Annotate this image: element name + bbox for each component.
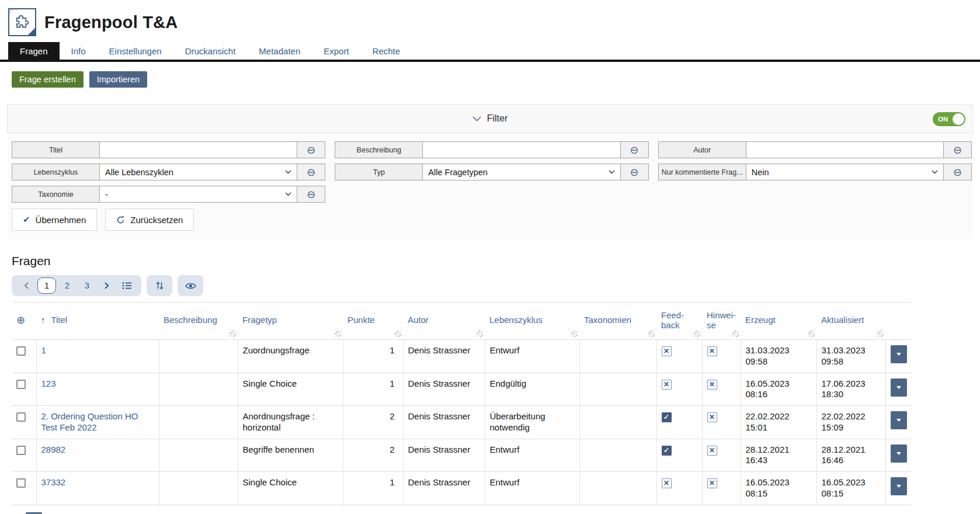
reset-filter-button[interactable]: Zurücksetzen bbox=[105, 209, 194, 231]
rows-per-page-icon[interactable] bbox=[118, 277, 135, 294]
feedback-status-icon: ✓ bbox=[662, 412, 672, 422]
filter-group-titel: Titel ⊖ bbox=[12, 141, 325, 158]
column-header-fragetyp[interactable]: Fragetyp bbox=[238, 303, 343, 340]
apply-filter-button[interactable]: ✔ Übernehmen bbox=[12, 209, 97, 231]
kommentierte-select[interactable]: Nein bbox=[746, 164, 943, 180]
column-resize-handle[interactable] bbox=[648, 331, 655, 337]
question-title-link[interactable]: 1 bbox=[41, 345, 46, 355]
sort-order-button[interactable] bbox=[147, 275, 172, 296]
row-actions-dropdown-button[interactable] bbox=[891, 477, 907, 495]
row-actions-dropdown-button[interactable] bbox=[891, 411, 907, 429]
lebenszyklus-select[interactable]: Alle Lebenszyklen bbox=[100, 164, 297, 180]
hints-status-icon: ✕ bbox=[707, 346, 717, 356]
column-header-punkte[interactable]: Punkte bbox=[343, 303, 403, 340]
table-row: 28982 Begriffe benennen 2 Denis Strassne… bbox=[12, 439, 911, 472]
pagination-page-3[interactable]: 3 bbox=[78, 277, 96, 294]
remove-filter-autor-button[interactable]: ⊖ bbox=[944, 142, 971, 158]
select-chevron-icon bbox=[932, 170, 938, 174]
column-resize-handle[interactable] bbox=[395, 331, 401, 337]
pagination-next-icon[interactable] bbox=[98, 277, 116, 294]
remove-filter-typ-button[interactable]: ⊖ bbox=[621, 164, 648, 180]
tab-einstellungen[interactable]: Einstellungen bbox=[98, 42, 173, 60]
column-header-erzeugt[interactable]: Erzeugt bbox=[741, 303, 816, 340]
cell-lebenszyklus: Entwurf bbox=[485, 439, 579, 472]
tab-metadaten[interactable]: Metadaten bbox=[247, 42, 312, 60]
column-header-beschreibung[interactable]: Beschreibung bbox=[159, 303, 238, 340]
row-select-checkbox[interactable] bbox=[16, 412, 26, 422]
column-resize-handle[interactable] bbox=[477, 331, 483, 337]
remove-filter-beschreibung-button[interactable]: ⊖ bbox=[621, 142, 648, 158]
table-row: 123 Single Choice 1 Denis Strassner Endg… bbox=[12, 373, 911, 406]
row-select-checkbox[interactable] bbox=[16, 380, 26, 389]
beschreibung-filter-input[interactable] bbox=[423, 142, 620, 158]
cell-lebenszyklus: Überarbeitung notwendig bbox=[485, 406, 579, 439]
filter-label-titel: Titel bbox=[12, 142, 100, 158]
taxonomie-select[interactable]: - bbox=[100, 186, 297, 202]
preview-button[interactable] bbox=[178, 275, 203, 296]
cell-aktualisiert: 28.12.202116:46 bbox=[816, 439, 885, 472]
column-resize-handle[interactable] bbox=[335, 331, 341, 337]
column-resize-handle[interactable] bbox=[732, 331, 739, 337]
row-actions-dropdown-button[interactable] bbox=[891, 378, 907, 397]
pagination-page-2[interactable]: 2 bbox=[58, 277, 76, 294]
tab-druckansicht[interactable]: Druckansicht bbox=[173, 42, 248, 60]
typ-select[interactable]: Alle Fragetypen bbox=[423, 164, 620, 180]
row-select-checkbox[interactable] bbox=[16, 478, 26, 488]
filter-group-typ: Typ Alle Fragetypen ⊖ bbox=[335, 164, 648, 180]
cell-taxonomien bbox=[579, 439, 656, 472]
tab-fragen[interactable]: Fragen bbox=[8, 42, 60, 60]
column-resize-handle[interactable] bbox=[571, 331, 578, 337]
question-title-link[interactable]: 2. Ordering Question HO Test Feb 2022 bbox=[41, 411, 138, 432]
hints-status-icon: ✕ bbox=[707, 446, 717, 456]
tab-rechte[interactable]: Rechte bbox=[361, 42, 412, 60]
filter-group-kommentierte: Nur kommentierte Frag... Nein ⊖ bbox=[658, 164, 972, 180]
column-header-autor[interactable]: Autor bbox=[403, 303, 485, 340]
question-title-link[interactable]: 37332 bbox=[41, 477, 66, 487]
column-resize-handle[interactable] bbox=[877, 331, 884, 337]
row-actions-dropdown-button[interactable] bbox=[891, 345, 907, 363]
bulk-actions-dropdown-button[interactable] bbox=[26, 512, 42, 514]
cell-autor: Denis Strassner bbox=[403, 373, 485, 406]
column-header-aktualisiert[interactable]: Aktualisiert bbox=[816, 303, 885, 340]
import-button[interactable]: Importieren bbox=[89, 71, 147, 88]
column-resize-handle[interactable] bbox=[694, 331, 700, 337]
column-header-taxonomien[interactable]: Taxonomien bbox=[579, 303, 656, 340]
cell-taxonomien bbox=[579, 340, 656, 373]
titel-filter-input[interactable] bbox=[100, 142, 297, 158]
row-select-checkbox[interactable] bbox=[16, 346, 26, 356]
pagination-prev-icon[interactable] bbox=[18, 277, 35, 294]
remove-filter-taxonomie-button[interactable]: ⊖ bbox=[297, 186, 325, 202]
remove-filter-kommentierte-button[interactable]: ⊖ bbox=[944, 164, 971, 180]
remove-filter-lebenszyklus-button[interactable]: ⊖ bbox=[297, 164, 325, 180]
toggle-knob bbox=[953, 113, 964, 125]
add-column-icon[interactable]: ⊕ bbox=[16, 314, 25, 326]
autor-filter-input[interactable] bbox=[746, 142, 943, 158]
pagination-page-1[interactable]: 1 bbox=[37, 277, 56, 294]
pagination: 1 2 3 bbox=[12, 275, 141, 296]
question-title-link[interactable]: 123 bbox=[41, 378, 56, 388]
cell-autor: Denis Strassner bbox=[403, 406, 485, 439]
cell-erzeugt: 16.05.202308:15 bbox=[741, 472, 816, 505]
column-resize-handle[interactable] bbox=[808, 331, 815, 337]
filter-on-toggle[interactable]: ON bbox=[933, 112, 965, 126]
row-select-checkbox[interactable] bbox=[16, 446, 26, 455]
column-resize-handle[interactable] bbox=[230, 331, 236, 337]
caret-down-icon bbox=[896, 452, 901, 455]
tab-export[interactable]: Export bbox=[312, 42, 360, 60]
table-section-title: Fragen bbox=[0, 239, 980, 275]
remove-filter-titel-button[interactable]: ⊖ bbox=[297, 142, 325, 158]
cell-description bbox=[159, 340, 238, 373]
question-title-link[interactable]: 28982 bbox=[41, 444, 66, 454]
column-header-lebenszyklus[interactable]: Lebenszyklus bbox=[485, 303, 579, 340]
column-header-feedback[interactable]: Feed-back bbox=[656, 303, 702, 340]
filter-collapse-header[interactable]: Filter ON bbox=[7, 104, 973, 133]
create-question-button[interactable]: Frage erstellen bbox=[12, 71, 84, 88]
row-actions-dropdown-button[interactable] bbox=[891, 444, 907, 463]
tab-info[interactable]: Info bbox=[60, 42, 98, 60]
column-header-hinweise[interactable]: Hinwei-se bbox=[702, 303, 741, 340]
question-pool-puzzle-icon bbox=[8, 8, 36, 36]
cell-taxonomien bbox=[579, 472, 656, 505]
column-header-titel[interactable]: ↑ Titel bbox=[36, 303, 159, 340]
hints-status-icon: ✕ bbox=[707, 478, 717, 488]
caret-down-icon bbox=[896, 485, 901, 488]
